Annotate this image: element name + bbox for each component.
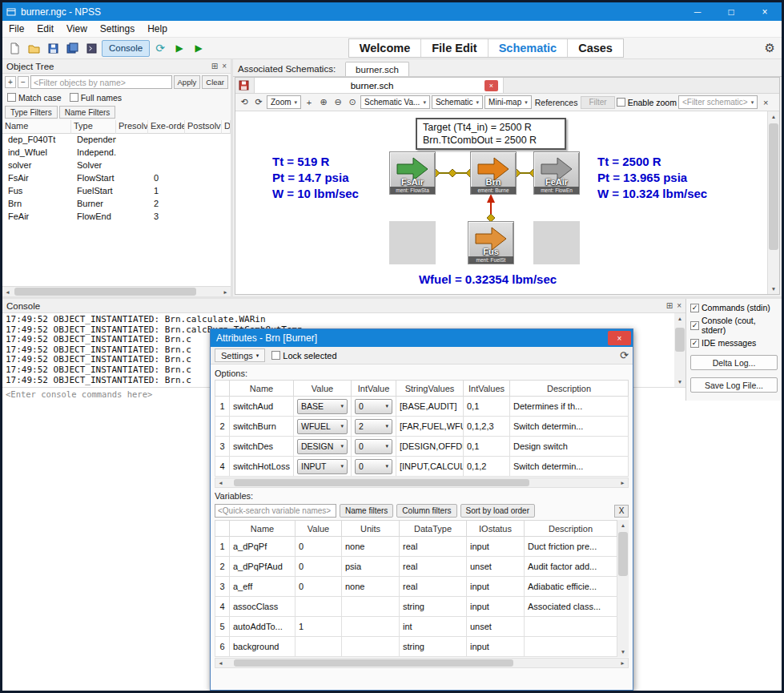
scroll-up-icon[interactable]: ▲ (674, 313, 685, 324)
save-log-button[interactable]: Save Log File... (690, 377, 778, 393)
schematic-canvas[interactable]: Target (Tt4_in) = 2500 R Brn.TtCombOut =… (235, 111, 768, 294)
object-tree-hscrollbar[interactable]: ◄ ► (2, 286, 231, 296)
zoom-select[interactable]: Zoom▾ (267, 95, 301, 109)
dialog-close-button[interactable]: × (608, 331, 631, 345)
column-header-presolv[interactable]: Presolv (116, 120, 148, 134)
scroll-left-icon[interactable]: ◄ (215, 660, 226, 666)
sort-by-load-order-button[interactable]: Sort by load order (460, 504, 536, 518)
variable-value[interactable]: 0 (296, 537, 342, 557)
scroll-down-icon[interactable]: ▼ (674, 377, 685, 387)
column-header-name[interactable]: Name (230, 381, 294, 397)
variable-value[interactable]: 1 (296, 617, 342, 637)
variables-hscrollbar[interactable]: ◄ ► (215, 658, 629, 668)
minimize-button[interactable]: ─ (681, 2, 714, 21)
scroll-right-icon[interactable]: ► (220, 289, 231, 295)
commands-stdin-option[interactable]: Commands (stdin) (690, 303, 778, 312)
column-header-exe-order[interactable]: Exe-orde (148, 120, 185, 134)
schematic-variant-select[interactable]: Schematic Va...▾ (360, 95, 430, 109)
variable-value[interactable] (296, 597, 342, 617)
column-header-intvalues[interactable]: IntValues (464, 381, 510, 397)
scroll-right-icon[interactable]: ► (617, 480, 628, 486)
scroll-down-icon[interactable]: ▼ (768, 284, 779, 294)
save-schematic-icon[interactable] (239, 80, 249, 91)
console-vscrollbar[interactable]: ▲ ▼ (674, 313, 685, 387)
tab-file-edit[interactable]: File Edit (421, 39, 488, 57)
options-row[interactable]: 4 switchHotLoss INPUT▾ 0▾ [INPUT,CALCUL.… (215, 457, 629, 477)
menu-settings[interactable]: Settings (94, 21, 141, 37)
close-panel-icon[interactable]: × (222, 62, 227, 71)
schematic-document-tab[interactable]: burner.sch × (254, 78, 504, 93)
option-intvalue-dropdown[interactable]: 0▾ (352, 437, 396, 457)
scroll-up-icon[interactable]: ▲ (617, 520, 629, 530)
new-file-button[interactable] (6, 39, 23, 57)
column-header-units[interactable]: Units (342, 521, 400, 537)
export-button[interactable] (82, 39, 100, 57)
element-fsair[interactable]: FsAir ment: FlowSta (389, 151, 436, 195)
console-toggle-button[interactable]: Console (102, 40, 150, 57)
menu-edit[interactable]: Edit (30, 21, 60, 37)
element-feair[interactable]: FeAir ment: FlowEn (533, 151, 580, 195)
option-intvalue-dropdown[interactable]: 2▾ (352, 417, 396, 437)
column-header-description[interactable]: Description (525, 521, 617, 537)
dialog-titlebar[interactable]: Attributes - Brn [Burner] × (211, 329, 633, 347)
clear-filter-icon[interactable]: × (759, 96, 772, 109)
variable-row[interactable]: 4 assocClass string input Associated cla… (215, 597, 617, 617)
delta-log-button[interactable]: Delta Log... (690, 355, 778, 370)
option-value-dropdown[interactable]: BASE▾ (294, 397, 352, 417)
ide-messages-checkbox[interactable] (690, 339, 699, 348)
clear-search-button[interactable]: X (614, 505, 629, 518)
apply-filter-button[interactable]: Apply (174, 75, 201, 89)
name-filters-button[interactable]: Name filters (340, 504, 393, 518)
lock-selected-option[interactable]: Lock selected (271, 351, 336, 361)
schematic-vscrollbar[interactable]: ▲ ▼ (768, 111, 779, 294)
column-header-value[interactable]: Value (296, 521, 342, 537)
column-header-name[interactable]: Name (230, 521, 296, 537)
rotate-ccw-icon[interactable]: ⟲ (238, 96, 251, 109)
variable-value[interactable]: 0 (296, 557, 342, 577)
commands-stdin-checkbox[interactable] (690, 304, 699, 312)
column-header-des[interactable]: Des (222, 120, 231, 134)
column-header-postsolv[interactable]: Postsolv (185, 120, 222, 134)
match-case-option[interactable]: Match case (7, 93, 62, 103)
dialog-refresh-icon[interactable]: ⟳ (620, 349, 629, 361)
option-value-dropdown[interactable]: WFUEL▾ (294, 417, 352, 437)
column-header-iostatus[interactable]: IOstatus (467, 521, 525, 537)
object-filter-input[interactable] (30, 75, 172, 89)
refresh-icon[interactable]: ⟳ (151, 39, 169, 57)
element-brn[interactable]: Brn ement: Burne (470, 151, 517, 195)
column-filters-button[interactable]: Column filters (396, 504, 456, 518)
zoom-in-icon[interactable]: ⊕ (317, 96, 330, 109)
table-row[interactable]: Brn Burner 2 (2, 198, 231, 211)
scroll-right-icon[interactable]: ► (617, 660, 628, 666)
float-panel-icon[interactable]: ⊞ (666, 301, 673, 310)
options-hscrollbar[interactable]: ◄ ► (215, 477, 629, 488)
table-row[interactable]: FeAir FlowEnd 3 (2, 211, 231, 224)
variable-row[interactable]: 3 a_eff 0 none real input Adiabatic effi… (215, 577, 617, 597)
tab-cases[interactable]: Cases (568, 39, 623, 57)
options-row[interactable]: 1 switchAud BASE▾ 0▾ [BASE,AUDIT] 0,1 De… (215, 397, 629, 417)
menu-help[interactable]: Help (141, 21, 174, 37)
type-filters-button[interactable]: Type Filters (5, 106, 58, 119)
variable-row[interactable]: 5 autoAddTo... 1 int unset (215, 617, 617, 637)
float-panel-icon[interactable]: ⊞ (211, 62, 218, 71)
close-panel-icon[interactable]: × (677, 301, 681, 310)
ide-messages-option[interactable]: IDE messages (690, 338, 778, 348)
variable-row[interactable]: 6 background string input (215, 637, 617, 657)
save-all-button[interactable] (63, 39, 81, 57)
minimap-select[interactable]: Mini-map▾ (484, 95, 532, 109)
variable-search-input[interactable] (215, 504, 336, 518)
close-button[interactable]: × (748, 2, 782, 21)
run-button[interactable]: ▶ (171, 39, 188, 57)
filter-schematic-select[interactable]: <Filter schematic>▾ (678, 95, 758, 109)
option-intvalue-dropdown[interactable]: 0▾ (352, 397, 396, 417)
option-intvalue-dropdown[interactable]: 0▾ (352, 457, 396, 477)
open-file-button[interactable] (25, 39, 42, 57)
table-row[interactable]: FsAir FlowStart 0 (2, 172, 231, 185)
options-row[interactable]: 2 switchBurn WFUEL▾ 2▾ [FAR,FUEL,WFUE...… (215, 417, 629, 437)
run-all-button[interactable]: ▶ (190, 39, 207, 57)
column-header-stringvalues[interactable]: StringValues (396, 381, 464, 397)
options-row[interactable]: 3 switchDes DESIGN▾ 0▾ [DESIGN,OFFDE... … (215, 437, 629, 457)
scroll-left-icon[interactable]: ◄ (2, 289, 13, 295)
maximize-button[interactable]: □ (714, 2, 748, 21)
table-row[interactable]: ind_Wfuel Independ... (2, 147, 231, 159)
